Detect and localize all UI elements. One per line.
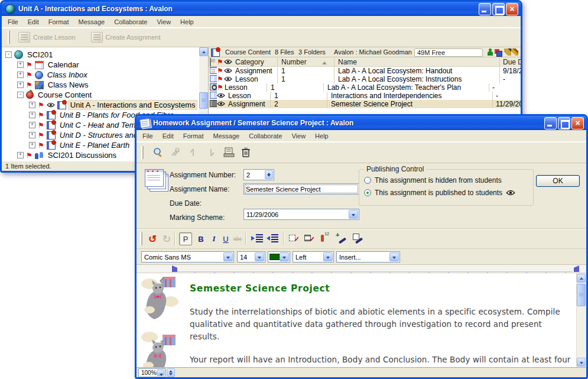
bold-button[interactable]: B [194,232,207,245]
menu-item[interactable]: View [152,17,176,27]
menu-item[interactable]: Format [44,17,74,27]
zoom-select[interactable]: 100% [138,368,165,377]
chevron-down-icon[interactable] [323,252,333,261]
window1-titlebar[interactable]: Unit A - Interactions and Ecosystems : A… [2,2,521,16]
scroll-down-button[interactable] [577,358,586,367]
tree-item[interactable]: + ⚑ Unit A - Interactions and Ecosystems [2,100,200,110]
previous-icon[interactable] [187,147,199,158]
hidden-radio-option[interactable]: This assignment is hidden from students [364,176,502,184]
create-assignment-button[interactable]: Create Assignment [91,32,161,43]
flag-column-icon[interactable]: ⚑ [217,59,224,66]
search-icon[interactable] [152,147,164,158]
expander-icon[interactable]: + [29,132,35,138]
menu-item[interactable]: File [138,131,158,141]
tree-item[interactable]: + ⚑ Calendar [2,60,200,70]
document-editor[interactable]: Semester Science Project Study the inter… [137,273,586,367]
tools-icon[interactable] [170,147,181,158]
expander-icon[interactable]: - [17,92,24,98]
alignment-select[interactable]: Left [293,251,334,263]
right-margin-marker[interactable] [574,265,579,272]
scroll-thumb[interactable] [577,284,586,306]
zoom-stepper[interactable] [167,368,175,377]
ruler[interactable] [137,265,586,273]
chevron-down-icon[interactable] [389,252,399,261]
expander-icon[interactable]: + [29,122,35,128]
outdent-button[interactable] [267,234,278,242]
menu-item[interactable]: Edit [23,17,44,27]
maximize-button[interactable] [492,3,505,15]
menu-item[interactable]: Message [74,17,110,27]
chevron-down-icon[interactable] [280,252,289,261]
left-margin-marker[interactable] [172,265,177,272]
font-color-select[interactable] [268,251,290,263]
next-icon[interactable] [205,147,217,158]
chevron-down-icon[interactable] [223,252,233,261]
expander-icon[interactable]: - [5,51,12,58]
expander-icon[interactable]: + [17,72,24,78]
menu-item[interactable]: Message [209,131,245,141]
due-date-select[interactable]: 11/29/2006 [243,209,359,220]
tree-item[interactable]: + ⚑ Class Inbox [2,70,200,80]
expander-icon[interactable]: + [29,102,35,108]
column-due-date[interactable]: Due Date [499,58,521,66]
print-icon[interactable] [223,147,235,158]
document-scrollbar[interactable] [576,273,586,367]
file-row[interactable]: ⚑ Assignment 2 Semester Science Project … [209,100,521,108]
close-button[interactable]: × [506,3,518,15]
undo-button[interactable]: ↺ [146,232,159,245]
toolbar-grip[interactable] [141,146,144,159]
eye-column-icon[interactable] [224,58,235,66]
tree-item[interactable]: + ⚑ Class News [2,80,200,90]
menu-item[interactable]: Edit [158,131,178,141]
file-row[interactable]: ⚑ Lesson 1 Interactions and Interdepende… [209,92,521,100]
menu-item[interactable]: File [3,17,23,27]
assignment-number-stepper[interactable]: 2 [243,169,274,180]
expander-icon[interactable]: + [29,112,35,118]
chevron-down-icon[interactable] [349,210,358,219]
column-category[interactable]: Category [235,58,277,66]
stepper-buttons[interactable] [265,170,273,179]
tree-item[interactable]: - ⚑ Course Content [2,90,200,100]
scroll-up-button[interactable] [577,274,586,283]
strikethrough-button[interactable]: abc [231,232,244,245]
underline-button[interactable]: U [219,232,232,245]
italic-button[interactable]: I [207,232,220,245]
ok-button[interactable]: OK [536,175,580,187]
document-body[interactable]: Semester Science Project Study the inter… [190,273,571,367]
menu-item[interactable]: Collaborate [109,17,152,27]
expander-icon[interactable]: + [17,61,24,68]
font-size-select[interactable]: 14 [237,251,265,263]
signature-pen-icon[interactable] [511,48,518,56]
file-row[interactable]: ⚑ Lesson 1 Lab A - A Local Ecosystem: Te… [209,83,521,92]
window2-titlebar[interactable]: Homework Assignment / Semester Science P… [137,116,586,130]
menu-item[interactable]: Help [310,131,333,141]
expander-icon[interactable]: + [17,82,24,88]
file-row[interactable]: ⚑ Assignment 1 Lab A - A Local Ecosystem… [209,67,521,75]
toolbar-grip[interactable] [140,232,142,245]
published-radio-option[interactable]: This assignment is published to students [364,189,515,197]
column-name[interactable]: Name [334,58,499,66]
note-column-icon[interactable] [209,58,217,66]
toolbar-grip[interactable] [8,31,10,44]
menu-item[interactable]: Collaborate [244,131,287,141]
maximize-button[interactable] [558,117,570,129]
scroll-thumb[interactable] [199,92,208,109]
radio-off-icon[interactable] [364,177,371,184]
close-button[interactable]: × [571,117,584,129]
column-number[interactable]: Number [277,58,334,66]
trash-icon[interactable] [241,147,252,158]
add-annotation-button[interactable] [336,234,347,243]
menu-item[interactable]: Format [178,131,209,141]
pencil-icon[interactable] [504,48,511,56]
tree-item[interactable]: - ⚑ SCI201 [2,50,200,60]
redo-button[interactable]: ↻ [160,232,173,245]
layers-icon[interactable] [495,48,502,56]
person-icon[interactable] [486,48,493,56]
assignment-name-input[interactable] [243,183,359,195]
menu-item[interactable]: View [287,131,310,141]
expander-icon[interactable]: + [29,142,35,148]
select-check-button[interactable] [289,234,300,243]
superscript-marker-button[interactable] [320,234,328,243]
radio-on-icon[interactable] [364,189,371,196]
chevron-down-icon[interactable] [157,370,164,376]
